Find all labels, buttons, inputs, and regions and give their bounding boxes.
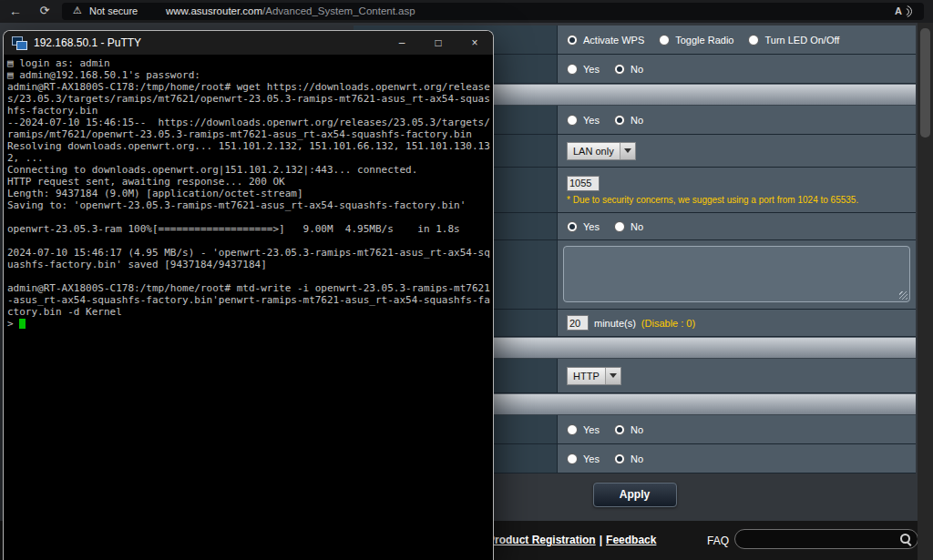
not-secure-label[interactable]: Not secure — [89, 5, 138, 16]
radio-no[interactable] — [614, 221, 625, 232]
radio-turn-led[interactable] — [748, 35, 759, 46]
putty-window: 192.168.50.1 - PuTTY – □ × ▤ login as: a… — [3, 30, 494, 560]
radio-yes[interactable] — [567, 221, 578, 232]
radio-no[interactable] — [614, 64, 625, 75]
browser-toolbar: ← ⟳ ⚠ Not secure www.asusrouter.com/Adva… — [0, 0, 933, 23]
footer-separator: | — [600, 534, 602, 546]
radio-activate-wps[interactable] — [567, 35, 578, 46]
address-bar[interactable]: ⚠ Not secure www.asusrouter.com/Advanced… — [62, 3, 924, 20]
read-aloud-icon[interactable]: A — [895, 5, 915, 18]
radio-toggle-radio[interactable] — [659, 35, 670, 46]
radio-yes-label: Yes — [583, 64, 600, 75]
ssh-port-input[interactable] — [567, 176, 600, 191]
radio-no-label: No — [631, 221, 643, 232]
auth-method-select-value: HTTP — [568, 371, 605, 382]
putty-titlebar[interactable]: 192.168.50.1 - PuTTY – □ × — [4, 31, 493, 55]
scrollbar-thumb[interactable] — [920, 28, 930, 137]
ssh-access-select[interactable]: LAN only — [567, 142, 636, 160]
auth-method-field: HTTP — [558, 359, 916, 392]
putty-app-icon — [12, 36, 26, 49]
url-path: /Advanced_System_Content.asp — [262, 5, 415, 16]
radio-no[interactable] — [614, 424, 625, 435]
terminal-output[interactable]: ▤ login as: admin ▤ admin@192.168.50.1's… — [7, 57, 489, 318]
radio-no[interactable] — [614, 453, 625, 464]
radio-activate-wps-label: Activate WPS — [583, 35, 644, 46]
radio-yes[interactable] — [567, 64, 578, 75]
yesno-field-4: Yes No — [558, 415, 916, 443]
putty-window-title: 192.168.50.1 - PuTTY — [34, 36, 141, 49]
faq-search-bar[interactable] — [734, 529, 918, 549]
radio-no[interactable] — [614, 115, 625, 126]
product-registration-link[interactable]: Product Registration — [487, 534, 596, 546]
radio-yes-label: Yes — [583, 221, 600, 232]
port-warning-text: * Due to security concerns, we suggest u… — [567, 195, 858, 205]
yesno-field-3: Yes No — [558, 213, 916, 239]
timeout-field: minute(s) (Disable : 0) — [558, 310, 916, 336]
yesno-field-2: Yes No — [558, 106, 916, 134]
radio-yes[interactable] — [567, 453, 578, 464]
feedback-link[interactable]: Feedback — [606, 534, 656, 546]
wps-behavior-field: Activate WPS Toggle Radio Turn LED On/Of… — [558, 25, 916, 54]
footer-links: Product Registration|Feedback — [487, 534, 656, 546]
ssh-port-field: * Due to security concerns, we suggest u… — [558, 168, 916, 212]
back-icon[interactable]: ← — [5, 2, 26, 20]
radio-yes-label: Yes — [583, 453, 600, 464]
terminal-cursor — [19, 319, 26, 329]
faq-search-input[interactable] — [744, 531, 890, 547]
apply-button[interactable]: Apply — [593, 483, 677, 507]
chevron-down-icon — [620, 143, 635, 159]
maximize-button[interactable]: □ — [420, 31, 456, 55]
faq-label: FAQ — [707, 535, 729, 547]
ssh-access-field: LAN only — [558, 135, 916, 167]
close-button[interactable]: × — [456, 31, 493, 55]
yesno-field-5: Yes No — [558, 444, 916, 473]
refresh-icon[interactable]: ⟳ — [35, 2, 55, 20]
timeout-hint: (Disable : 0) — [641, 318, 695, 329]
radio-no-label: No — [631, 453, 643, 464]
radio-toggle-radio-label: Toggle Radio — [675, 35, 733, 46]
chevron-down-icon — [605, 368, 620, 384]
resize-handle[interactable] — [899, 291, 907, 300]
timeout-input[interactable] — [567, 315, 589, 331]
radio-no-label: No — [631, 115, 643, 126]
radio-yes[interactable] — [567, 424, 578, 435]
terminal-prompt-line[interactable]: > — [7, 318, 489, 330]
radio-yes-label: Yes — [583, 115, 600, 126]
authorized-keys-textarea[interactable] — [563, 246, 910, 302]
radio-no-label: No — [631, 64, 643, 75]
window-controls: – □ × — [384, 31, 493, 55]
radio-yes[interactable] — [567, 115, 578, 126]
minimize-button[interactable]: – — [384, 31, 420, 55]
search-icon[interactable] — [899, 533, 913, 546]
url-domain: www.asusrouter.com — [166, 5, 262, 16]
not-secure-warning-icon[interactable]: ⚠ — [73, 5, 82, 16]
yesno-field-1: Yes No — [558, 55, 916, 83]
terminal-area[interactable]: ▤ login as: admin ▤ admin@192.168.50.1's… — [4, 55, 493, 560]
radio-turn-led-label: Turn LED On/Off — [764, 35, 839, 46]
url-text[interactable]: www.asusrouter.com/Advanced_System_Conte… — [166, 5, 415, 16]
auth-method-select[interactable]: HTTP — [567, 367, 621, 385]
radio-yes-label: Yes — [583, 424, 600, 435]
radio-no-label: No — [631, 424, 643, 435]
textarea-field-cell — [558, 240, 916, 309]
scrollbar[interactable] — [918, 23, 933, 560]
terminal-prompt: > — [7, 318, 19, 330]
ssh-access-select-value: LAN only — [568, 146, 620, 157]
timeout-unit-label: minute(s) — [594, 318, 636, 329]
